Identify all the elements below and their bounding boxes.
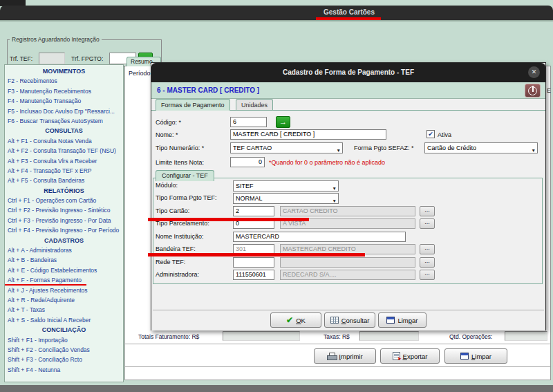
sidebar-item[interactable]: CONCILIAÇÃO (5, 325, 123, 335)
modulo-select[interactable]: SITEF (233, 180, 339, 192)
limpar-dialog-label: Limpar (397, 317, 418, 324)
nome-instituicao-row: Nome Instituição: MASTERCARD (151, 232, 545, 242)
trf-fpgto-label: Trf. FPGTO: (71, 55, 103, 62)
sidebar-item[interactable]: Ctrl + F1 - Operações com Cartão (5, 196, 123, 205)
exportar-button[interactable]: Exportar (380, 348, 440, 364)
tab-unidades[interactable]: Unidades (236, 99, 273, 111)
sidebar-item[interactable]: F3 - Manutenção Recebimentos (5, 86, 123, 96)
power-exit-button[interactable] (525, 84, 541, 97)
limite-hint-text: *Quando for 0 o parâmetro não é aplicado (269, 159, 385, 166)
tipo-cartao-row: Tipo Cartão: 2 CARTAO CREDITO ... (151, 206, 545, 216)
printer-icon (327, 353, 336, 360)
sidebar-item[interactable]: Alt + F2 - Consulta Transação TEF (NSU) (5, 146, 123, 156)
sidebar-item[interactable]: Ctrl + F2 - Previsão Ingresso - Sintétic… (5, 205, 123, 215)
taskbar (0, 385, 553, 392)
trf-tef-label: Trf. TEF: (10, 55, 32, 62)
ativa-checkbox[interactable]: ✔ (427, 130, 435, 138)
sidebar-item[interactable]: Shift + F4 - Netunna (5, 365, 123, 375)
sidebar-item[interactable]: Alt + F - Formas Pagamento (5, 275, 123, 285)
modulo-row: Módulo: SITEF (151, 180, 545, 191)
sidebar-item[interactable]: CONSULTAS (5, 126, 123, 136)
sidebar-item[interactable]: Shift + F2 - Conciliação Vendas (5, 345, 123, 355)
taxas-label: Taxas: R$ (324, 333, 350, 340)
ok-button[interactable]: ✔ OK (270, 312, 321, 328)
sidebar-item[interactable]: F6 - Buscar Transações AutoSystem (5, 116, 123, 126)
export-document-icon (393, 352, 400, 360)
tipo-cartao-desc-field: CARTAO CREDITO (280, 206, 415, 216)
rede-tef-desc-field (280, 257, 415, 268)
close-icon[interactable]: ✕ (528, 66, 540, 78)
sidebar-item[interactable]: Alt + T - Taxas (5, 305, 123, 315)
record-header-text: 6 - MASTER CARD [ CREDITO ] (157, 86, 259, 94)
trf-tef-input[interactable] (39, 53, 65, 64)
sidebar-item[interactable]: CADASTROS (5, 236, 123, 245)
sidebar-item[interactable]: Alt + F3 - Consulta Vlrs a Receber (5, 156, 123, 166)
window-icon (386, 317, 395, 324)
tipo-forma-pgto-tef-select[interactable]: NORMAL (233, 193, 339, 204)
codigo-label: Código: * (156, 119, 181, 126)
tipo-forma-pgto-tef-row: Tipo Forma Pgto TEF: NORMAL (151, 193, 545, 203)
tipo-forma-pgto-tef-label: Tipo Forma Pgto TEF: (156, 194, 217, 201)
sidebar-item[interactable]: MOVIMENTOS (5, 66, 123, 76)
limpar-dialog-button[interactable]: Limpar (378, 312, 427, 328)
tipo-numerario-label: Tipo Numerário: * (156, 144, 204, 151)
nome-input[interactable]: MASTER CARD [ CREDITO ] (230, 129, 386, 140)
administradora-browse-button[interactable]: ... (420, 270, 435, 280)
imprimir-label: Imprimir (339, 353, 362, 360)
tipo-cartao-browse-button[interactable]: ... (420, 206, 435, 216)
sidebar-item[interactable]: Alt + J - Ajustes Recebimentos (5, 286, 123, 295)
limpar-bottom-button[interactable]: Limpar (444, 348, 507, 364)
codigo-input[interactable]: 6 (230, 117, 267, 127)
bandeira-tef-browse-button[interactable]: ... (420, 244, 435, 254)
nome-instituicao-label: Nome Instituição: (156, 233, 204, 240)
sidebar-item[interactable]: Alt + R - Rede/Adquirente (5, 295, 123, 305)
forma-pgto-sefaz-label: Forma Pgto SEFAZ: * (354, 144, 414, 151)
rede-tef-code-input[interactable] (233, 257, 274, 268)
sidebar-item[interactable]: Alt + F1 - Consulta Notas Venda (5, 136, 123, 146)
sidebar-item[interactable]: RELATÓRIOS (5, 186, 123, 196)
tipo-cartao-code-input[interactable]: 2 (233, 206, 274, 216)
bandeira-tef-label: Bandeira TEF: (156, 245, 196, 252)
sidebar-item[interactable]: Alt + A - Administradoras (5, 245, 123, 255)
sidebar-item[interactable]: Ctrl + F4 - Previsão Ingresso - Por Perí… (5, 225, 123, 235)
forma-pgto-sefaz-select[interactable]: Cartão de Crédito (424, 142, 538, 153)
sidebar-item[interactable]: Alt + B - Bandeiras (5, 255, 123, 265)
sidebar-item[interactable]: Alt + S - Saldo Inicial A Receber (5, 315, 123, 325)
window-icon (460, 353, 469, 360)
consultar-label: Consultar (341, 317, 370, 324)
sidebar-item[interactable]: Alt + E - Código Estabelecimentos (5, 265, 123, 275)
annotation-underline-title (316, 17, 381, 20)
sidebar-item[interactable]: Alt + F5 - Consulta Bandeiras (5, 176, 123, 185)
configurar-tef-tab[interactable]: Configurar - TEF (156, 170, 214, 181)
sidebar-item[interactable]: F4 - Manutenção Transação (5, 96, 123, 106)
tab-formas-de-pagamento[interactable]: Formas de Pagamento (156, 99, 230, 111)
tipo-parcelamento-browse-button[interactable]: ... (420, 218, 435, 229)
administradora-desc-field: REDECARD S/A.... (280, 270, 415, 280)
annotation-underline-tipo-cartao (148, 218, 309, 221)
limite-itens-input[interactable]: 0 (230, 157, 265, 167)
rede-tef-browse-button[interactable]: ... (420, 257, 435, 268)
tipo-numerario-select[interactable]: TEF CARTAO (230, 142, 343, 153)
nome-instituicao-input[interactable]: MASTERCARD (233, 232, 406, 242)
sidebar-item[interactable]: Shift + F1 - Importação (5, 335, 123, 345)
rede-tef-row: Rede TEF: ... (151, 257, 545, 268)
sidebar-item[interactable]: F5 - Inclusao Doc Avulso Erp "Ressarci..… (5, 106, 123, 116)
table-grid-icon (330, 317, 339, 324)
totais-faturamento-label: Totais Faturamento: R$ (138, 333, 199, 340)
nome-label: Nome: * (156, 131, 178, 138)
sidebar-item[interactable]: F2 - Recebimentos (5, 76, 123, 86)
clipped-text-fragment: E (547, 87, 551, 94)
annotation-underline-bandeira-tef (148, 253, 365, 256)
modulo-label: Módulo: (156, 182, 178, 189)
sidebar-item[interactable]: Ctrl + F3 - Previsão Ingresso - Por Data (5, 216, 123, 225)
sidebar-item[interactable]: Alt + F4 - Transação TEF x ERP (5, 166, 123, 176)
cadastro-forma-pagamento-dialog: Cadastro de Forma de Pagamento - TEF ✕ 6… (151, 62, 546, 330)
sidebar-item[interactable]: Shift + F3 - Conciliação Rcto (5, 355, 123, 364)
codigo-go-button[interactable]: → (276, 116, 290, 128)
imprimir-button[interactable]: Imprimir (314, 348, 376, 364)
consultar-button[interactable]: Consultar (324, 312, 375, 328)
qtd-operacoes-field (505, 331, 547, 341)
administradora-code-input[interactable]: 111550601 (233, 270, 274, 280)
ativa-label: Ativa (438, 131, 451, 138)
ok-label: OK (296, 317, 306, 324)
